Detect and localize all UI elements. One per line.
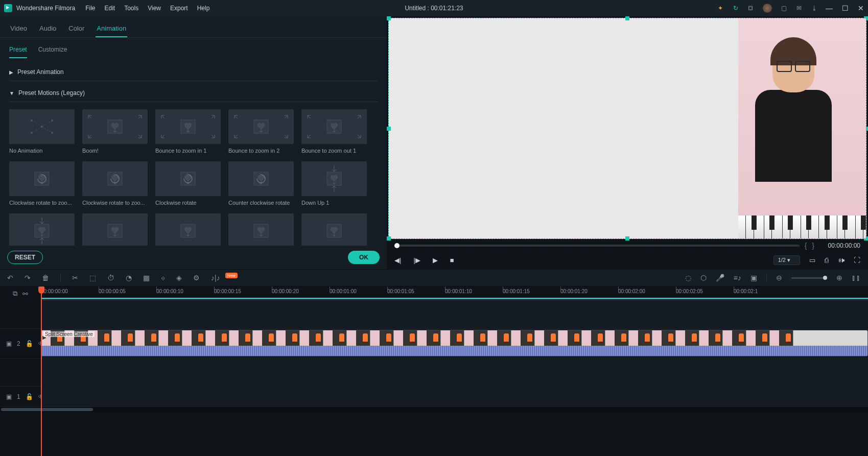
- speed-icon[interactable]: ⏱: [107, 274, 114, 282]
- preset-item[interactable]: Down Up 1: [301, 161, 367, 206]
- handle-ml[interactable]: [387, 127, 391, 131]
- zoom-out-icon[interactable]: ⊖: [776, 274, 782, 282]
- subtab-customize[interactable]: Customize: [38, 44, 67, 58]
- close-button[interactable]: ✕: [858, 4, 864, 12]
- menu-edit[interactable]: Edit: [105, 5, 115, 12]
- preset-item[interactable]: Boom!: [82, 109, 148, 154]
- adjust-icon[interactable]: ⚙: [193, 274, 200, 282]
- preset-item[interactable]: Bounce to zoom in 2: [228, 109, 294, 154]
- preset-item[interactable]: No Animation: [9, 109, 75, 154]
- handle-bl[interactable]: [387, 236, 391, 241]
- time-ruler[interactable]: 00:00:00:0000:00:00:0500:00:00:1000:00:0…: [41, 286, 868, 301]
- menu-file[interactable]: File: [85, 5, 95, 12]
- preset-item[interactable]: Fade Slide 2: [155, 213, 221, 246]
- minimize-button[interactable]: —: [826, 4, 833, 12]
- video-clip[interactable]: ▶ Split Screen Creative: [41, 330, 868, 356]
- preset-item[interactable]: Fade Slide 3: [228, 213, 294, 246]
- record-vo-icon[interactable]: 🎤: [716, 274, 724, 282]
- preset-item[interactable]: Fade Slide 4: [301, 213, 367, 246]
- stop-button[interactable]: ■: [450, 256, 454, 264]
- keyframe-icon[interactable]: ◈: [176, 274, 182, 282]
- track-1-body[interactable]: [41, 387, 868, 406]
- preset-item[interactable]: Down Up 2: [9, 213, 75, 246]
- preset-item[interactable]: Bounce to zoom in 1: [155, 109, 221, 154]
- maximize-button[interactable]: ☐: [842, 4, 849, 12]
- render-icon[interactable]: ◌: [685, 274, 691, 282]
- menu-export[interactable]: Export: [170, 5, 188, 12]
- delete-icon[interactable]: 🗑: [42, 274, 49, 282]
- split-icon[interactable]: ✂: [72, 274, 78, 282]
- save-icon[interactable]: ▢: [780, 5, 787, 12]
- preview-split-left: [389, 18, 738, 238]
- snapshot-icon[interactable]: ⎙: [825, 256, 829, 264]
- mail-icon[interactable]: ✉: [795, 5, 803, 12]
- gift-icon[interactable]: ⛋: [747, 5, 755, 12]
- fullscreen-icon[interactable]: ⛶: [854, 256, 860, 264]
- undo-icon[interactable]: ↶: [7, 274, 13, 282]
- track-toggle-icon[interactable]: ▣: [6, 393, 12, 400]
- preview-panel: { } 00:00:00:00 ◀| |▶ ▶ ■ 1/2 ▾ ▭ ⎙ 🕪 ⛶: [387, 16, 868, 269]
- preset-item[interactable]: Counter clockwise rotate: [228, 161, 294, 206]
- redo-icon[interactable]: ↷: [25, 274, 31, 282]
- window-controls: — ☐ ✕: [826, 4, 864, 12]
- preset-thumb: [9, 161, 75, 196]
- zoom-slider[interactable]: [791, 277, 827, 279]
- handle-tl[interactable]: [387, 16, 391, 20]
- subtab-preset[interactable]: Preset: [9, 44, 27, 58]
- preset-item[interactable]: Clockwise rotate: [155, 161, 221, 206]
- preview-quality-select[interactable]: 1/2 ▾: [773, 255, 800, 265]
- menu-help[interactable]: Help: [197, 5, 210, 12]
- link-icon[interactable]: ⚯: [22, 290, 28, 298]
- tab-audio[interactable]: Audio: [38, 21, 57, 37]
- marker-icon[interactable]: ⬡: [700, 274, 707, 282]
- preset-item[interactable]: Bounce to zoom out 1: [301, 109, 367, 154]
- lightbulb-icon[interactable]: ✦: [717, 5, 724, 12]
- ok-button[interactable]: OK: [348, 251, 380, 264]
- mixer-icon[interactable]: ≡♪: [734, 274, 741, 282]
- preset-item[interactable]: Clockwise rotate to zoo...: [9, 161, 75, 206]
- color-icon[interactable]: ◔: [126, 274, 132, 282]
- section-preset-motions[interactable]: ▼ Preset Motions (Legacy): [9, 84, 378, 102]
- volume-icon[interactable]: 🕪: [838, 256, 844, 264]
- lock-icon[interactable]: 🔓: [26, 393, 33, 400]
- menu-view[interactable]: View: [148, 5, 161, 12]
- clip-thumb-frame: [323, 330, 347, 346]
- playhead[interactable]: [41, 286, 42, 456]
- zoom-in-icon[interactable]: ⊕: [836, 274, 842, 282]
- handle-tm[interactable]: [625, 16, 629, 20]
- tab-color[interactable]: Color: [67, 21, 85, 37]
- preset-item[interactable]: Clockwise rotate to zoo...: [82, 161, 148, 206]
- timeline-scrollbar[interactable]: [0, 407, 868, 412]
- lock-icon[interactable]: 🔓: [26, 340, 33, 347]
- prev-frame-button[interactable]: ◀|: [394, 256, 401, 264]
- refresh-icon[interactable]: ↻: [732, 5, 739, 12]
- track-manager-icon[interactable]: ⧉: [13, 290, 17, 298]
- audio-icon[interactable]: ♪|♪: [211, 274, 220, 282]
- handle-bm[interactable]: [625, 236, 629, 241]
- scrub-track[interactable]: [394, 245, 800, 247]
- preview-canvas[interactable]: [388, 18, 866, 239]
- zoom-fit-icon[interactable]: ⫾⫾: [852, 273, 861, 283]
- display-icon[interactable]: ▭: [809, 256, 815, 264]
- timeline-scroll-thumb[interactable]: [1, 408, 93, 411]
- download-icon[interactable]: ⭳: [811, 5, 818, 12]
- section-preset-animation[interactable]: ▶ Preset Animation: [9, 63, 378, 81]
- reset-button[interactable]: RESET: [7, 251, 43, 264]
- tab-animation[interactable]: Animation: [96, 21, 127, 37]
- mark-out-icon[interactable]: }: [812, 242, 814, 250]
- play-button[interactable]: ▶: [433, 256, 438, 264]
- ruler-mark: 00:00:00:00: [41, 286, 99, 300]
- preset-item[interactable]: Fade Slide 1: [82, 213, 148, 246]
- crop-icon[interactable]: ⬚: [89, 274, 96, 282]
- snap-icon[interactable]: ▣: [750, 274, 757, 282]
- green-screen-icon[interactable]: ▦: [143, 274, 150, 282]
- avatar-icon[interactable]: [763, 4, 772, 13]
- track-2-body[interactable]: ▶ Split Screen Creative: [41, 329, 868, 358]
- next-frame-button[interactable]: |▶: [413, 256, 420, 264]
- mark-in-icon[interactable]: {: [805, 242, 807, 250]
- scrub-handle[interactable]: [394, 243, 400, 248]
- track-toggle-icon[interactable]: ▣: [6, 340, 12, 347]
- motion-track-icon[interactable]: ⟐: [161, 274, 165, 282]
- tab-video[interactable]: Video: [9, 21, 28, 37]
- menu-tools[interactable]: Tools: [124, 5, 138, 12]
